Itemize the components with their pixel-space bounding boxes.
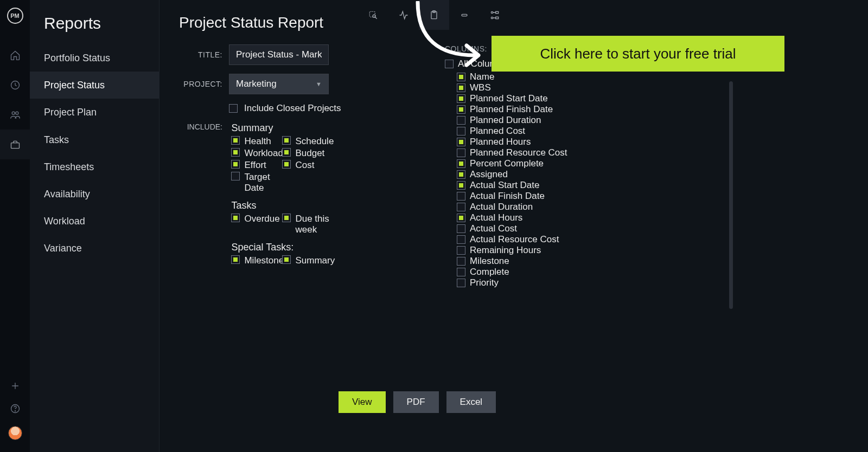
column-checkbox-planned-resource-cost[interactable] <box>457 148 465 157</box>
svg-point-12 <box>491 17 493 18</box>
tasks-due-this-week-checkbox[interactable] <box>282 214 291 222</box>
column-checkbox-actual-finish-date[interactable] <box>457 192 465 201</box>
nav-add-icon[interactable] <box>0 380 30 391</box>
column-checkbox-complete[interactable] <box>457 268 465 276</box>
column-checkbox-percent-complete[interactable] <box>457 159 465 168</box>
view-button[interactable]: View <box>339 391 386 413</box>
nav-people-icon[interactable] <box>0 100 30 130</box>
excel-button[interactable]: Excel <box>446 391 496 413</box>
project-select[interactable]: Marketing ▼ <box>229 74 329 94</box>
summary-effort-label: Effort <box>244 160 266 171</box>
columns-scrollbar[interactable] <box>729 81 733 309</box>
sidebar-item-workload[interactable]: Workload <box>30 208 159 235</box>
summary-header: Summary <box>231 122 331 134</box>
column-row: Planned Cost <box>457 126 618 137</box>
nav-home-icon[interactable] <box>0 40 30 70</box>
column-checkbox-actual-resource-cost[interactable] <box>457 235 465 244</box>
column-label: Complete <box>470 267 509 277</box>
special-summary-checkbox[interactable] <box>282 255 291 264</box>
column-row: Remaining Hours <box>457 245 618 256</box>
summary-budget-label: Budget <box>295 148 324 159</box>
column-checkbox-planned-finish-date[interactable] <box>457 105 465 114</box>
column-label: Actual Duration <box>470 202 533 212</box>
column-checkbox-actual-cost[interactable] <box>457 224 465 233</box>
sidebar-item-portfolio-status[interactable]: Portfolio Status <box>30 44 159 72</box>
tool-activity-icon[interactable] <box>388 0 419 30</box>
tool-minus-icon[interactable] <box>449 0 480 30</box>
column-label: Percent Complete <box>470 158 544 169</box>
column-row: Actual Hours <box>457 212 618 223</box>
summary-workload-checkbox[interactable] <box>231 148 240 157</box>
include-closed-label: Include Closed Projects <box>244 103 341 114</box>
include-closed-checkbox[interactable] <box>229 104 238 113</box>
column-checkbox-name[interactable] <box>457 73 465 81</box>
summary-target-date-label: Target Date <box>244 172 280 193</box>
column-label: Assigned <box>470 169 508 180</box>
sidebar-item-project-plan[interactable]: Project Plan <box>30 99 159 126</box>
column-label: Planned Duration <box>470 115 541 126</box>
app-logo: PM <box>7 8 23 24</box>
summary-effort-checkbox[interactable] <box>231 160 240 169</box>
column-label: Actual Cost <box>470 223 517 234</box>
column-checkbox-priority[interactable] <box>457 279 465 287</box>
special-header: Special Tasks: <box>231 242 331 253</box>
column-label: Actual Finish Date <box>470 191 545 202</box>
column-checkbox-planned-duration[interactable] <box>457 116 465 125</box>
action-buttons: View PDF Excel <box>339 391 496 413</box>
column-label: Name <box>470 72 494 82</box>
special-milestones-checkbox[interactable] <box>231 255 240 264</box>
avatar[interactable] <box>8 426 22 440</box>
special-summary-label: Summary <box>295 255 335 266</box>
column-checkbox-planned-hours[interactable] <box>457 138 465 146</box>
column-label: Actual Hours <box>470 212 522 223</box>
column-checkbox-assigned[interactable] <box>457 170 465 179</box>
tool-search-icon[interactable] <box>358 0 388 30</box>
summary-schedule-checkbox[interactable] <box>282 136 291 145</box>
sidebar-item-project-status[interactable]: Project Status <box>30 72 159 99</box>
title-input[interactable] <box>229 44 329 65</box>
svg-rect-6 <box>369 11 375 17</box>
column-row: Actual Resource Cost <box>457 234 618 245</box>
project-select-value: Marketing <box>236 79 277 89</box>
column-row: Actual Finish Date <box>457 191 618 202</box>
sidebar: Reports Portfolio StatusProject StatusPr… <box>30 0 159 452</box>
column-checkbox-planned-start-date[interactable] <box>457 94 465 103</box>
column-checkbox-wbs[interactable] <box>457 83 465 92</box>
free-trial-cta[interactable]: Click here to start your free trial <box>492 36 784 72</box>
column-row: Name <box>457 72 618 82</box>
column-checkbox-planned-cost[interactable] <box>457 127 465 135</box>
cta-label: Click here to start your free trial <box>540 46 736 62</box>
summary-target-date-checkbox[interactable] <box>231 172 240 180</box>
sidebar-item-availability[interactable]: Availability <box>30 180 159 208</box>
summary-workload-label: Workload <box>244 148 283 159</box>
summary-health-checkbox[interactable] <box>231 136 240 145</box>
summary-health-label: Health <box>244 136 271 147</box>
sidebar-item-tasks[interactable]: Tasks <box>30 126 159 153</box>
sidebar-item-timesheets[interactable]: Timesheets <box>30 153 159 180</box>
nav-recent-icon[interactable] <box>0 70 30 100</box>
pdf-button[interactable]: PDF <box>393 391 439 413</box>
tool-flow-icon[interactable] <box>480 0 510 30</box>
summary-budget-checkbox[interactable] <box>282 148 291 157</box>
column-row: Planned Hours <box>457 137 618 147</box>
page-title: Project Status Report <box>179 14 848 31</box>
sidebar-title: Reports <box>30 14 159 44</box>
column-checkbox-remaining-hours[interactable] <box>457 246 465 255</box>
column-label: Planned Resource Cost <box>470 147 567 158</box>
column-row: Assigned <box>457 169 618 180</box>
column-checkbox-actual-start-date[interactable] <box>457 181 465 190</box>
column-checkbox-milestone[interactable] <box>457 257 465 266</box>
column-checkbox-actual-hours[interactable] <box>457 214 465 222</box>
summary-cost-checkbox[interactable] <box>282 160 291 169</box>
tasks-overdue-checkbox[interactable] <box>231 214 240 222</box>
column-row: WBS <box>457 82 618 93</box>
tool-clipboard-icon[interactable] <box>419 0 449 30</box>
all-columns-checkbox[interactable] <box>445 60 454 68</box>
tasks-header: Tasks <box>231 200 331 211</box>
sidebar-item-variance[interactable]: Variance <box>30 235 159 262</box>
nav-help-icon[interactable] <box>0 403 30 414</box>
svg-rect-13 <box>496 11 499 13</box>
column-label: Actual Resource Cost <box>470 234 559 245</box>
nav-briefcase-icon[interactable] <box>0 130 30 159</box>
column-checkbox-actual-duration[interactable] <box>457 203 465 211</box>
